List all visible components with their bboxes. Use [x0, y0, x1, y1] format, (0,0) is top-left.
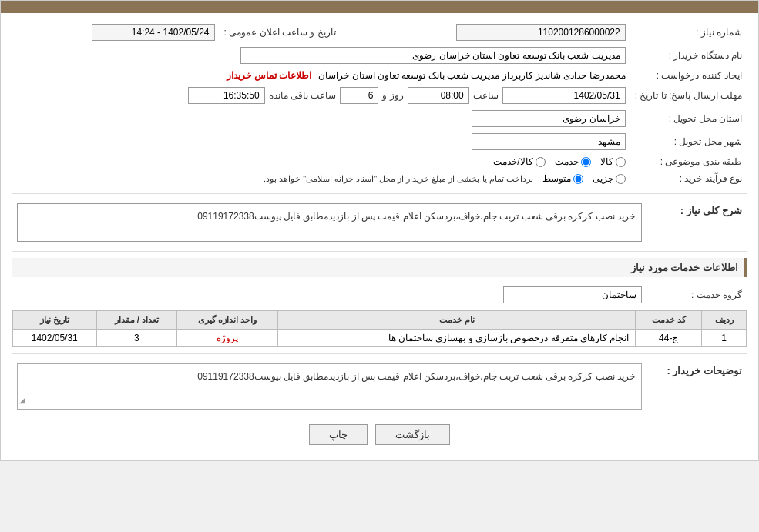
col-unit: واحد اندازه گیری — [176, 311, 277, 330]
back-button[interactable]: بازگشت — [375, 424, 450, 445]
deadline-label: مهلت ارسال پاسخ: تا تاریخ : — [630, 84, 747, 107]
col-qty: تعداد / مقدار — [96, 311, 176, 330]
need-number-value — [351, 21, 630, 44]
province-value — [12, 107, 630, 130]
need-number-input — [456, 24, 626, 41]
services-table-body: 1 ج-44 انجام کارهای متفرقه درخصوص بازساز… — [13, 330, 747, 347]
services-section-title: اطلاعات خدمات مورد نیاز — [12, 258, 747, 277]
radio-kala-khadamat[interactable]: کالا/خدمت — [493, 156, 545, 167]
services-table: ردیف کد خدمت نام خدمت واحد اندازه گیری ت… — [12, 310, 747, 347]
cell-row: 1 — [702, 330, 747, 347]
radio-khadamat[interactable]: خدمت — [555, 156, 591, 167]
process-label: نوع فرآیند خرید : — [630, 170, 747, 187]
buyer-notes-text: خرید نصب کرکره برقی شعب تربت جام،خواف،بر… — [197, 371, 635, 382]
cell-qty: 3 — [96, 330, 176, 347]
services-header-row: ردیف کد خدمت نام خدمت واحد اندازه گیری ت… — [13, 311, 747, 330]
radio-khadamat-input[interactable] — [581, 157, 591, 167]
creator-label: ایجاد کننده درخواست : — [630, 67, 747, 84]
row-deadline: مهلت ارسال پاسخ: تا تاریخ : ساعت روز و س… — [12, 84, 747, 107]
col-name: نام خدمت — [278, 311, 636, 330]
deadline-row: ساعت روز و ساعت باقی مانده — [12, 84, 630, 107]
category-options: کالا خدمت کالا/خدمت — [12, 153, 630, 170]
service-group-label: گروه خدمت : — [646, 283, 747, 306]
city-label: شهر محل تحویل : — [630, 130, 747, 153]
cell-name: انجام کارهای متفرقه درخصوص بازسازی و بهس… — [278, 330, 636, 347]
row-description: شرح کلی نیاز : خرید نصب کرکره برقی شعب ت… — [12, 200, 747, 245]
row-buyer-org: نام دستگاه خریدار : — [12, 44, 747, 67]
resize-handle: ◢ — [19, 393, 25, 407]
description-text: خرید نصب کرکره برقی شعب تربت جام،خواف،بر… — [197, 211, 635, 222]
time-label: ساعت — [473, 90, 499, 101]
description-table: شرح کلی نیاز : خرید نصب کرکره برقی شعب ت… — [12, 200, 747, 245]
buyer-org-label: نام دستگاه خریدار : — [630, 44, 747, 67]
deadline-time-input — [408, 87, 469, 104]
divider-2 — [12, 251, 747, 252]
info-table: شماره نیاز : تاریخ و ساعت اعلان عمومی : … — [12, 21, 747, 187]
table-row: 1 ج-44 انجام کارهای متفرقه درخصوص بازساز… — [13, 330, 747, 347]
cell-unit: پروژه — [176, 330, 277, 347]
radio-jozi[interactable]: جزیی — [593, 173, 626, 184]
announce-label: تاریخ و ساعت اعلان عمومی : — [220, 21, 351, 44]
page-header — [1, 1, 758, 13]
col-date: تاریخ نیاز — [13, 311, 97, 330]
radio-kala-input[interactable] — [616, 157, 626, 167]
row-process: نوع فرآیند خرید : جزیی متوسط پرداخت تمام… — [12, 170, 747, 187]
days-label: روز و — [382, 90, 403, 101]
radio-motavasset[interactable]: متوسط — [542, 173, 583, 184]
radio-khadamat-label: خدمت — [555, 156, 579, 167]
deadline-remain-input — [188, 87, 265, 104]
cell-date: 1402/05/31 — [13, 330, 97, 347]
row-category: طبقه بندی موضوعی : کالا خدمت — [12, 153, 747, 170]
services-table-head: ردیف کد خدمت نام خدمت واحد اندازه گیری ت… — [13, 311, 747, 330]
print-button[interactable]: چاپ — [309, 424, 368, 445]
buyer-org-input — [240, 47, 626, 64]
buttons-row: بازگشت چاپ — [12, 424, 747, 445]
row-need-number: شماره نیاز : تاریخ و ساعت اعلان عمومی : — [12, 21, 747, 44]
deadline-days-input — [340, 87, 378, 104]
creator-name: محمدرضا حدادی شاندیز کاربرداز مدیریت شعب… — [318, 70, 625, 81]
announce-input — [92, 24, 215, 41]
divider-1 — [12, 193, 747, 194]
col-code: کد خدمت — [636, 311, 702, 330]
radio-jozi-label: جزیی — [593, 173, 613, 184]
divider-3 — [12, 353, 747, 354]
row-city: شهر محل تحویل : — [12, 130, 747, 153]
announce-value — [12, 21, 220, 44]
contact-link[interactable]: اطلاعات تماس خریدار — [227, 70, 311, 81]
radio-kala-khadamat-input[interactable] — [536, 157, 546, 167]
buyer-notes-label: توضیحات خریدار : — [646, 360, 747, 413]
service-group-value — [12, 283, 646, 306]
radio-kala-khadamat-label: کالا/خدمت — [493, 156, 532, 167]
radio-motavasset-label: متوسط — [542, 173, 571, 184]
creator-value: محمدرضا حدادی شاندیز کاربرداز مدیریت شعب… — [12, 67, 630, 84]
radio-kala-label: کالا — [600, 156, 613, 167]
page-wrapper: شماره نیاز : تاریخ و ساعت اعلان عمومی : … — [0, 0, 759, 461]
category-radio-group: کالا خدمت کالا/خدمت — [17, 156, 626, 167]
row-province: استان محل تحویل : — [12, 107, 747, 130]
city-input — [472, 133, 626, 150]
radio-motavasset-input[interactable] — [573, 174, 583, 184]
row-creator: ایجاد کننده درخواست : محمدرضا حدادی شاند… — [12, 67, 747, 84]
content-area: شماره نیاز : تاریخ و ساعت اعلان عمومی : … — [1, 13, 758, 460]
province-input — [472, 110, 626, 127]
deadline-date-input — [502, 87, 626, 104]
province-label: استان محل تحویل : — [630, 107, 747, 130]
notes-table: توضیحات خریدار : خرید نصب کرکره برقی شعب… — [12, 360, 747, 413]
need-number-label: شماره نیاز : — [630, 21, 747, 44]
process-options: جزیی متوسط پرداخت تمام یا بخشی از مبلغ خ… — [12, 170, 630, 187]
process-radio-group: جزیی متوسط پرداخت تمام یا بخشی از مبلغ خ… — [17, 173, 626, 184]
col-row: ردیف — [702, 311, 747, 330]
buyer-notes-cell: خرید نصب کرکره برقی شعب تربت جام،خواف،بر… — [12, 360, 646, 413]
cell-code: ج-44 — [636, 330, 702, 347]
buyer-org-value — [12, 44, 630, 67]
deadline-flex: ساعت روز و ساعت باقی مانده — [17, 87, 626, 104]
radio-kala[interactable]: کالا — [600, 156, 626, 167]
service-group-table: گروه خدمت : — [12, 283, 747, 306]
unit-link[interactable]: پروژه — [217, 333, 238, 343]
remain-label: ساعت باقی مانده — [269, 90, 337, 101]
description-value-cell: خرید نصب کرکره برقی شعب تربت جام،خواف،بر… — [12, 200, 646, 245]
radio-jozi-input[interactable] — [616, 174, 626, 184]
category-label: طبقه بندی موضوعی : — [630, 153, 747, 170]
description-box: خرید نصب کرکره برقی شعب تربت جام،خواف،بر… — [17, 203, 642, 242]
process-note: پرداخت تمام یا بخشی از مبلغ خریدار از مح… — [264, 174, 533, 184]
